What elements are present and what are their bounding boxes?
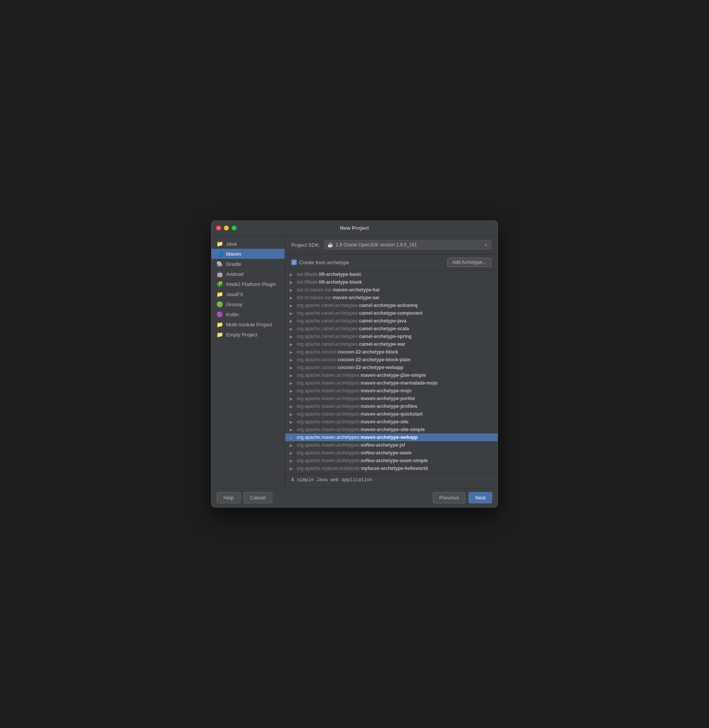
archetype-list-item[interactable]: ▶ org.apache.maven.archetypes:maven-arch… bbox=[285, 379, 498, 387]
archetype-list-item[interactable]: ▶ org.apache.maven.archetypes:maven-arch… bbox=[285, 426, 498, 433]
window-title: New Project bbox=[340, 225, 369, 231]
close-button[interactable] bbox=[216, 225, 221, 231]
archetype-bold-name: lift-archetype-basic bbox=[319, 272, 361, 277]
archetype-list-item[interactable]: ▶ org.apache.cocoon:cocoon-22-archetype-… bbox=[285, 348, 498, 356]
archetype-bold-name: camel-archetype-component bbox=[359, 310, 422, 316]
expand-arrow-icon: ▶ bbox=[290, 311, 294, 315]
expand-arrow-icon: ▶ bbox=[290, 373, 294, 378]
archetype-prefix: org.apache.cocoon: bbox=[297, 365, 337, 370]
add-archetype-button[interactable]: Add Archetype... bbox=[447, 258, 491, 267]
archetype-list-item[interactable]: ▶ org.apache.maven.archetypes:maven-arch… bbox=[285, 395, 498, 402]
archetype-list-item[interactable]: ▶ org.apache.maven.archetypes:maven-arch… bbox=[285, 371, 498, 379]
sidebar-item-multimodule[interactable]: 📁Multi-module Project bbox=[211, 319, 285, 329]
archetype-name: org.apache.camel.archetypes:camel-archet… bbox=[297, 310, 422, 316]
sidebar-item-empty[interactable]: 📁Empty Project bbox=[211, 329, 285, 340]
archetype-prefix: org.apache.maven.archetypes: bbox=[297, 388, 361, 393]
expand-arrow-icon: ▶ bbox=[290, 389, 294, 393]
archetype-list-item[interactable]: ▶ org.apache.cocoon:cocoon-22-archetype-… bbox=[285, 356, 498, 364]
archetype-list-item[interactable]: ▶ org.apache.camel.archetypes:camel-arch… bbox=[285, 309, 498, 317]
create-from-archetype-checkbox[interactable]: ✓ bbox=[291, 260, 297, 265]
maven-icon: 🔵 bbox=[216, 251, 223, 257]
archetype-list-item[interactable]: ▶ org.apache.maven.archetypes:maven-arch… bbox=[285, 402, 498, 410]
minimize-button[interactable] bbox=[224, 225, 229, 231]
archetype-name: net.sf.maven-har:maven-archetype-har bbox=[297, 287, 380, 293]
archetype-list[interactable]: ▶ net.liftweb:lift-archetype-basic ▶ net… bbox=[285, 270, 498, 474]
archetype-name: org.apache.maven.archetypes:maven-archet… bbox=[297, 435, 418, 440]
archetype-list-item[interactable]: ▶ org.apache.maven.archetypes:maven-arch… bbox=[285, 418, 498, 426]
sidebar-item-maven[interactable]: 🔵Maven bbox=[211, 249, 285, 259]
archetype-list-item[interactable]: ▶ org.apache.maven.archetypes:maven-arch… bbox=[285, 433, 498, 441]
sidebar-label-maven: Maven bbox=[226, 251, 241, 257]
sdk-label: Project SDK: bbox=[291, 242, 320, 248]
archetype-bold-name: maven-archetype-marmalade-mojo bbox=[361, 380, 438, 386]
archetype-name: org.apache.camel.archetypes:camel-archet… bbox=[297, 334, 412, 339]
archetype-list-item[interactable]: ▶ org.apache.camel.archetypes:camel-arch… bbox=[285, 340, 498, 348]
archetype-name: org.apache.maven.archetypes:maven-archet… bbox=[297, 404, 417, 409]
archetype-name: org.apache.camel.archetypes:camel-archet… bbox=[297, 318, 406, 324]
expand-arrow-icon: ▶ bbox=[290, 288, 294, 292]
cancel-button[interactable]: Cancel bbox=[244, 492, 272, 503]
archetype-list-item[interactable]: ▶ org.apache.maven.archetypes:maven-arch… bbox=[285, 410, 498, 418]
sdk-value: 1.8 Oracle OpenJDK version 1.8.0_181 bbox=[335, 242, 417, 248]
archetype-list-item[interactable]: ▶ org.apache.camel.archetypes:camel-arch… bbox=[285, 317, 498, 325]
archetype-list-item[interactable]: ▶ net.sf.maven-har:maven-archetype-har bbox=[285, 286, 498, 294]
archetype-bold-name: camel-archetype-activemq bbox=[359, 303, 418, 308]
archetype-bold-name: maven-archetype-site-simple bbox=[361, 427, 425, 432]
archetype-list-item[interactable]: ▶ org.apache.camel.archetypes:camel-arch… bbox=[285, 325, 498, 333]
sidebar-item-android[interactable]: 🤖Android bbox=[211, 269, 285, 279]
sidebar-item-java[interactable]: 📁Java bbox=[211, 239, 285, 249]
archetype-name: org.apache.maven.archetypes:softeu-arche… bbox=[297, 458, 428, 463]
archetype-list-item[interactable]: ▶ org.apache.cocoon:cocoon-22-archetype-… bbox=[285, 364, 498, 371]
expand-arrow-icon: ▶ bbox=[290, 280, 294, 284]
multimodule-icon: 📁 bbox=[216, 321, 223, 328]
archetype-list-item[interactable]: ▶ net.liftweb:lift-archetype-blank bbox=[285, 278, 498, 286]
archetype-prefix: org.apache.maven.archetypes: bbox=[297, 373, 361, 378]
next-button[interactable]: Next bbox=[469, 492, 492, 503]
sdk-dropdown[interactable]: ☕ 1.8 Oracle OpenJDK version 1.8.0_181 ▼ bbox=[324, 240, 491, 250]
archetype-list-item[interactable]: ▶ net.liftweb:lift-archetype-basic bbox=[285, 270, 498, 278]
help-button[interactable]: Help bbox=[217, 492, 240, 503]
new-project-window: New Project 📁Java🔵Maven🐘Gradle🤖Android🧩I… bbox=[211, 220, 498, 508]
sidebar-item-javafx[interactable]: 📁JavaFX bbox=[211, 289, 285, 299]
sidebar-item-kotlin[interactable]: 🟣Kotlin bbox=[211, 309, 285, 319]
archetype-prefix: org.apache.maven.archetypes: bbox=[297, 396, 361, 401]
archetype-list-item[interactable]: ▶ org.apache.camel.archetypes:camel-arch… bbox=[285, 333, 498, 340]
expand-arrow-icon: ▶ bbox=[290, 327, 294, 331]
archetype-list-item[interactable]: ▶ org.apache.maven.archetypes:softeu-arc… bbox=[285, 441, 498, 449]
expand-arrow-icon: ▶ bbox=[290, 319, 294, 323]
archetype-bold-name: maven-archetype-portlet bbox=[361, 396, 415, 401]
sidebar-item-intellij[interactable]: 🧩IntelliJ Platform Plugin bbox=[211, 279, 285, 289]
sidebar-item-gradle[interactable]: 🐘Gradle bbox=[211, 259, 285, 269]
archetype-name: org.apache.maven.archetypes:softeu-arche… bbox=[297, 450, 412, 456]
sidebar-label-java: Java bbox=[226, 241, 237, 247]
sdk-row: Project SDK: ☕ 1.8 Oracle OpenJDK versio… bbox=[285, 236, 498, 255]
expand-arrow-icon: ▶ bbox=[290, 435, 294, 440]
archetype-name: org.apache.maven.archetypes:softeu-arche… bbox=[297, 442, 405, 448]
expand-arrow-icon: ▶ bbox=[290, 420, 294, 424]
sidebar-item-groovy[interactable]: 🟢Groovy bbox=[211, 299, 285, 309]
archetype-name: org.apache.maven.archetypes:maven-archet… bbox=[297, 411, 423, 417]
archetype-name: org.apache.cocoon:cocoon-22-archetype-bl… bbox=[297, 357, 410, 362]
archetype-prefix: org.apache.maven.archetypes: bbox=[297, 411, 361, 417]
maximize-button[interactable] bbox=[232, 225, 237, 231]
archetype-name: org.apache.maven.archetypes:maven-archet… bbox=[297, 380, 438, 386]
archetype-prefix: net.sf.maven-sar: bbox=[297, 295, 333, 300]
archetype-list-item[interactable]: ▶ org.apache.myfaces.buildtools:myfaces-… bbox=[285, 465, 498, 472]
archetype-list-item[interactable]: ▶ net.sf.maven-sar:maven-archetype-sar bbox=[285, 294, 498, 302]
archetype-list-item[interactable]: ▶ org.apache.maven.archetypes:maven-arch… bbox=[285, 387, 498, 395]
archetype-prefix: net.liftweb: bbox=[297, 272, 319, 277]
expand-arrow-icon: ▶ bbox=[290, 466, 294, 471]
archetype-prefix: org.apache.cocoon: bbox=[297, 357, 337, 362]
description-text: A simple Java web application bbox=[291, 477, 372, 483]
groovy-icon: 🟢 bbox=[216, 301, 223, 307]
archetype-prefix: org.apache.camel.archetypes: bbox=[297, 310, 359, 316]
archetype-bold-name: maven-archetype-sar bbox=[333, 295, 380, 300]
expand-arrow-icon: ▶ bbox=[290, 451, 294, 455]
archetype-list-item[interactable]: ▶ org.apache.camel.archetypes:camel-arch… bbox=[285, 302, 498, 309]
archetype-name: org.apache.maven.archetypes:maven-archet… bbox=[297, 396, 415, 401]
archetype-list-item[interactable]: ▶ org.apache.maven.archetypes:softeu-arc… bbox=[285, 449, 498, 457]
previous-button[interactable]: Previous bbox=[433, 492, 466, 503]
expand-arrow-icon: ▶ bbox=[290, 358, 294, 362]
android-icon: 🤖 bbox=[216, 271, 223, 277]
archetype-list-item[interactable]: ▶ org.apache.maven.archetypes:softeu-arc… bbox=[285, 457, 498, 465]
